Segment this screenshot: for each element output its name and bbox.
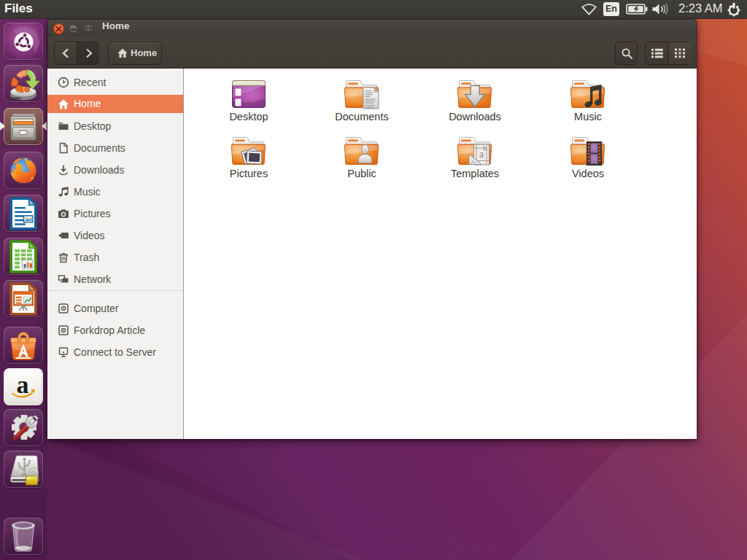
svg-text:a: a [17, 371, 29, 398]
svg-text:a: a [479, 149, 484, 160]
